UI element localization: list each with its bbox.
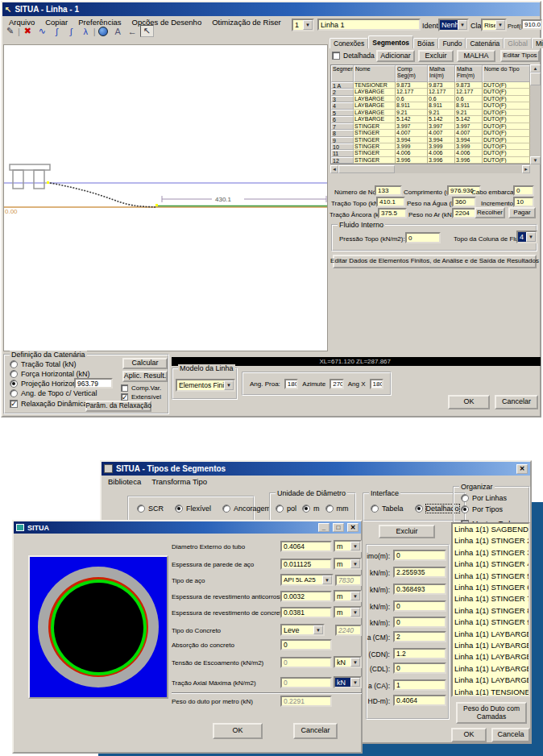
row-header[interactable]: 8 <box>331 130 354 136</box>
row-header[interactable]: 9 <box>331 137 354 143</box>
list-item[interactable]: Linha 1(1) STINGER 8 <box>453 605 528 617</box>
tab-boias[interactable]: Bóias <box>413 38 438 48</box>
cell[interactable]: 4.006 <box>428 150 455 156</box>
absorcao-concreto-field[interactable]: 0 <box>280 639 332 650</box>
radio-ang-topo[interactable]: Ang. de Topo c/ Vertical <box>10 389 97 397</box>
cell[interactable]: DUTO(F) <box>483 130 530 136</box>
list-item[interactable]: Linha 1(1) STINGER 9 <box>453 617 528 628</box>
row-header[interactable]: 5 <box>331 110 354 116</box>
comp-var-checkbox[interactable]: Comp.Var. <box>121 384 161 392</box>
ident-combo[interactable]: Nenhum▼ <box>438 19 469 31</box>
cell[interactable]: DUTO(F) <box>483 157 530 164</box>
peso-ar-field[interactable]: 2204 <box>452 208 476 218</box>
situa-titlebar[interactable]: SITUA _ □ ✕ <box>14 521 361 534</box>
tensao-escoamento-field[interactable]: 0 <box>280 657 332 668</box>
maximize-icon[interactable]: □ <box>333 523 344 532</box>
cell[interactable]: LAYBARGE <box>354 110 396 116</box>
row-header[interactable]: 10 <box>331 143 354 150</box>
scroll-right-icon[interactable]: ► <box>522 165 530 173</box>
cursor-icon[interactable]: ↖ <box>140 25 154 37</box>
cell[interactable]: 3.997 <box>455 123 483 130</box>
tab-catenaria[interactable]: Catenária <box>466 38 504 48</box>
tipo-concreto-combo[interactable]: Leve▼ <box>280 624 325 636</box>
tracao-ancora-field[interactable]: 375.5 <box>378 208 407 218</box>
cell[interactable]: 9.873 <box>396 82 428 89</box>
scroll-up-icon[interactable]: ▲ <box>530 64 541 73</box>
radio-ancoragem[interactable]: Ancoragem <box>222 505 271 513</box>
catenary-tool-icon-1[interactable]: ∿ <box>35 25 49 37</box>
cell[interactable]: 12.177 <box>396 89 428 95</box>
cell[interactable]: STINGER <box>354 123 396 130</box>
cancelar-button[interactable]: Cancelar <box>495 395 538 409</box>
cell[interactable]: 3.997 <box>428 123 455 130</box>
tracao-axial-unit-combo[interactable]: kN▼ <box>334 676 362 688</box>
cell[interactable]: STINGER <box>354 143 396 150</box>
list-item[interactable]: Linha 1(1) LAYBARGE 11 <box>453 640 528 651</box>
pressao-topo-field[interactable]: 0 <box>405 232 441 243</box>
modelo-combo[interactable]: Elementos Finitos▼ <box>176 379 235 392</box>
cell[interactable]: DUTO(F) <box>483 102 530 109</box>
cell[interactable]: 8.911 <box>455 102 483 109</box>
col-header-nome-tipo[interactable]: Nome do Tipo <box>483 65 530 82</box>
list-item[interactable]: Linha 1(1) LAYBARGE 10 <box>453 629 528 640</box>
partial-field[interactable]: 0 <box>393 617 446 628</box>
peso-duto-camadas-button[interactable]: Peso do Duto com Camadas <box>456 702 527 724</box>
row-header[interactable]: 6 <box>331 116 354 123</box>
cell[interactable]: 3.996 <box>428 157 455 164</box>
chevron-down-icon[interactable]: ▼ <box>458 20 467 30</box>
radio-tabela[interactable]: Tabela <box>371 505 404 513</box>
cell[interactable]: 3.994 <box>396 137 428 143</box>
partial-field[interactable]: 2.255935 <box>393 567 446 578</box>
num-nos-field[interactable]: 133 <box>375 185 402 196</box>
partial-field[interactable]: 0.4064 <box>393 695 446 706</box>
cell[interactable]: 9.873 <box>428 82 455 89</box>
relaxacao-dinamica-checkbox[interactable]: Relaxação Dinâmica <box>10 400 88 408</box>
cell[interactable]: DUTO(F) <box>483 143 530 150</box>
globe-icon[interactable] <box>97 25 110 37</box>
back-arrow-icon[interactable]: ← <box>126 25 139 37</box>
cell[interactable]: LAYBARGE <box>354 89 396 95</box>
cell[interactable]: LAYBARGE <box>354 102 396 109</box>
vscroll-thumb[interactable] <box>530 73 541 85</box>
cell[interactable]: 4.007 <box>455 130 483 136</box>
excluir-tipo-button[interactable]: Excluir <box>379 525 435 538</box>
chevron-down-icon[interactable]: ▼ <box>350 678 360 687</box>
chevron-down-icon[interactable]: ▼ <box>350 608 360 617</box>
cell[interactable]: 3.997 <box>396 123 428 130</box>
pencil-icon[interactable]: ✎ <box>3 25 17 37</box>
azimute-field[interactable]: 270 <box>330 379 344 389</box>
cell[interactable]: 9.873 <box>455 82 483 89</box>
partial-field[interactable]: 1.2 <box>393 648 446 659</box>
list-item[interactable]: Linha 1(1) LAYBARGE 14 <box>453 675 528 686</box>
espessura-parede-unit-combo[interactable]: m▼ <box>334 558 362 570</box>
radio-pol[interactable]: pol <box>276 505 296 513</box>
tensao-unit-combo[interactable]: kN▼ <box>334 656 362 668</box>
concreto-unit-combo[interactable]: m▼ <box>334 606 362 618</box>
ok-button[interactable]: OK <box>448 395 490 409</box>
excluir-button[interactable]: Excluir <box>418 50 454 62</box>
partial-field[interactable]: 0.368493 <box>393 584 446 595</box>
list-item[interactable]: Linha 1(1) SAGBEND-SEABED <box>453 524 528 535</box>
cell[interactable]: STINGER <box>354 157 396 164</box>
cell[interactable]: 8.911 <box>396 102 428 109</box>
cell[interactable]: 12.177 <box>428 89 455 95</box>
tipos-cancela-button[interactable]: Cancela <box>491 728 530 742</box>
chevron-down-icon[interactable]: ▼ <box>303 20 313 30</box>
cell[interactable]: 4.007 <box>396 130 428 136</box>
radio-m[interactable]: m <box>302 505 320 513</box>
close-icon[interactable]: ✕ <box>516 464 528 474</box>
situa-cancelar-button[interactable]: Cancelar <box>293 723 338 739</box>
tipos-ok-button[interactable]: OK <box>451 728 487 742</box>
cell[interactable]: 3.999 <box>428 143 455 150</box>
cell[interactable]: DUTO(F) <box>483 82 530 89</box>
cell[interactable]: 9.21 <box>428 110 455 116</box>
cell[interactable]: 3.999 <box>455 143 483 150</box>
aplic-result-button[interactable]: Aplic. Result. <box>122 371 168 382</box>
tab-segmentos[interactable]: Segmentos <box>368 35 413 48</box>
catenary-tool-icon-2[interactable]: ʃ <box>50 25 64 37</box>
radio-tracao-total[interactable]: Tração Total (kN) <box>10 360 77 368</box>
classe-combo[interactable]: Riser▼ <box>481 19 507 31</box>
list-item[interactable]: Linha 1(1) TENSIONER 15 <box>453 687 528 697</box>
cell[interactable]: 4.006 <box>396 150 428 156</box>
list-item[interactable]: Linha 1(1) LAYBARGE 12 <box>453 651 528 663</box>
